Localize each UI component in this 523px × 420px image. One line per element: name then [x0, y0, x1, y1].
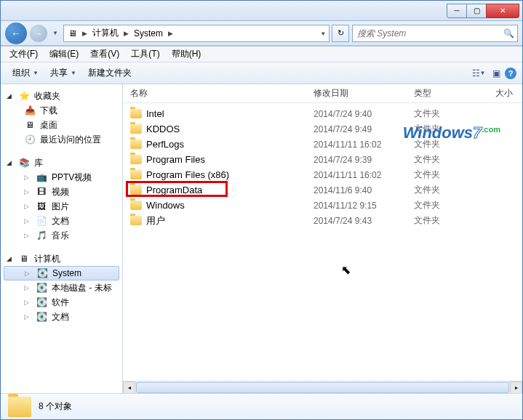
menu-edit[interactable]: 编辑(E) — [44, 47, 84, 62]
file-list[interactable]: Windows7.com ⬉ Intel2014/7/24 9:40文件夹KDD… — [123, 103, 522, 381]
file-type: 文件夹 — [414, 214, 495, 227]
view-button[interactable]: ☷ ▼ — [470, 65, 487, 82]
preview-pane-button[interactable]: ▣ — [487, 65, 505, 82]
nav-favorites[interactable]: ◢⭐收藏夹 — [1, 89, 122, 103]
menu-tools[interactable]: 工具(T) — [125, 47, 165, 62]
file-row[interactable]: Windows2014/11/12 9:15文件夹 — [123, 198, 522, 213]
nav-drive-software[interactable]: ▷💽软件 — [1, 295, 122, 310]
back-button[interactable]: ← — [5, 23, 27, 44]
chevron-right-icon[interactable]: ▶ — [121, 30, 131, 37]
nav-drive-system[interactable]: ▷💽System — [4, 266, 119, 280]
folder-icon — [130, 185, 142, 195]
drive-icon: 💽 — [36, 267, 48, 279]
chevron-down-icon: ▼ — [71, 70, 76, 76]
document-icon: 📄 — [36, 215, 47, 227]
file-type: 文件夹 — [414, 169, 495, 181]
refresh-button[interactable]: ↻ — [332, 25, 349, 42]
scroll-thumb[interactable] — [136, 382, 509, 393]
file-name: KDDOS — [146, 124, 180, 134]
file-type: 文件夹 — [414, 123, 495, 135]
breadcrumb-computer[interactable]: 计算机 — [89, 25, 121, 41]
nav-pictures[interactable]: ▷🖼图片 — [1, 199, 122, 214]
title-bar[interactable]: ─ ▢ ✕ — [1, 1, 522, 21]
menu-file[interactable]: 文件(F) — [4, 47, 44, 62]
menu-view[interactable]: 查看(V) — [84, 47, 125, 62]
address-bar[interactable]: 🖥 ▶ 计算机 ▶ System ▶ ▾ — [63, 25, 330, 42]
column-type[interactable]: 类型 — [414, 87, 495, 100]
history-dropdown[interactable]: ▼ — [50, 30, 60, 36]
address-dropdown[interactable]: ▾ — [319, 30, 327, 37]
star-icon: ⭐ — [18, 90, 30, 102]
nav-drive-docs[interactable]: ▷💽文档 — [1, 310, 122, 324]
breadcrumb-drive[interactable]: System — [131, 25, 166, 41]
share-button[interactable]: 共享▼ — [44, 65, 82, 81]
file-type: 文件夹 — [414, 108, 495, 120]
close-button[interactable]: ✕ — [486, 4, 519, 18]
nav-video[interactable]: ▷🎞视频 — [1, 185, 122, 199]
file-date: 2014/11/6 9:40 — [314, 185, 414, 195]
nav-downloads[interactable]: 📥下载 — [1, 103, 122, 118]
file-row[interactable]: KDDOS2014/7/24 9:49文件夹 — [123, 121, 522, 137]
file-name: Program Files — [146, 154, 205, 165]
folder-icon — [130, 140, 142, 149]
menu-help[interactable]: 帮助(H) — [166, 47, 207, 62]
library-icon: 📚 — [18, 157, 30, 169]
column-headers[interactable]: 名称 修改日期 类型 大小 — [123, 84, 522, 103]
file-name: ProgramData — [146, 185, 202, 195]
nav-documents[interactable]: ▷📄文档 — [1, 214, 122, 228]
cursor-icon: ⬉ — [341, 263, 351, 277]
computer-icon: 🖥 — [18, 253, 30, 264]
nav-desktop[interactable]: 🖥桌面 — [1, 118, 122, 132]
file-date: 2014/7/24 9:43 — [314, 216, 414, 226]
picture-icon: 🖼 — [36, 201, 47, 212]
organize-button[interactable]: 组织▼ — [7, 65, 44, 81]
video-icon: 📺 — [36, 171, 47, 183]
nav-music[interactable]: ▷🎵音乐 — [1, 228, 122, 243]
file-name: Windows — [146, 200, 185, 211]
column-name[interactable]: 名称 — [130, 87, 314, 100]
toolbar: 组织▼ 共享▼ 新建文件夹 ☷ ▼ ▣ ? — [1, 62, 522, 84]
navigation-pane[interactable]: ◢⭐收藏夹 📥下载 🖥桌面 🕘最近访问的位置 ◢📚库 ▷📺PPTV视频 ▷🎞视频… — [1, 84, 123, 393]
nav-recent[interactable]: 🕘最近访问的位置 — [1, 132, 122, 147]
search-box[interactable]: 🔍 — [352, 25, 518, 42]
file-type: 文件夹 — [414, 138, 495, 150]
file-row[interactable]: ProgramData2014/11/6 9:40文件夹 — [123, 182, 522, 198]
chevron-right-icon[interactable]: ▶ — [80, 30, 89, 37]
nav-computer-group: ◢🖥计算机 ▷💽System ▷💽本地磁盘 - 未标 ▷💽软件 ▷💽文档 — [1, 251, 122, 324]
search-input[interactable] — [356, 28, 503, 39]
horizontal-scrollbar[interactable]: ◂ ▸ — [123, 381, 522, 393]
download-icon: 📥 — [24, 105, 36, 116]
nav-computer[interactable]: ◢🖥计算机 — [1, 251, 122, 266]
file-date: 2014/11/11 16:02 — [314, 170, 414, 180]
nav-libraries[interactable]: ◢📚库 — [1, 156, 122, 170]
breadcrumb-computer-icon[interactable]: 🖥 — [65, 25, 80, 41]
file-row[interactable]: 用户2014/7/24 9:43文件夹 — [123, 213, 522, 228]
search-icon[interactable]: 🔍 — [503, 28, 514, 39]
file-row[interactable]: PerfLogs2014/11/11 16:02文件夹 — [123, 137, 522, 152]
nav-favorites-group: ◢⭐收藏夹 📥下载 🖥桌面 🕘最近访问的位置 — [1, 89, 122, 147]
nav-drive-local[interactable]: ▷💽本地磁盘 - 未标 — [1, 280, 122, 295]
drive-icon: 💽 — [36, 282, 47, 294]
column-date[interactable]: 修改日期 — [314, 87, 414, 100]
column-size[interactable]: 大小 — [495, 87, 522, 100]
drive-icon: 💽 — [36, 296, 47, 308]
forward-button[interactable]: → — [30, 25, 47, 42]
file-row[interactable]: Intel2014/7/24 9:40文件夹 — [123, 106, 522, 121]
new-folder-button[interactable]: 新建文件夹 — [82, 65, 137, 81]
maximize-button[interactable]: ▢ — [466, 4, 487, 18]
drive-icon: 💽 — [36, 311, 47, 323]
folder-icon — [130, 124, 142, 134]
chevron-down-icon: ▼ — [33, 70, 39, 76]
help-button[interactable]: ? — [505, 68, 516, 79]
scroll-right-button[interactable]: ▸ — [510, 381, 522, 394]
content-pane: 名称 修改日期 类型 大小 Windows7.com ⬉ Intel2014/7… — [123, 84, 522, 393]
folder-icon — [130, 170, 142, 179]
file-type: 文件夹 — [414, 199, 495, 211]
file-date: 2014/7/24 9:49 — [314, 124, 414, 134]
chevron-right-icon[interactable]: ▶ — [166, 30, 175, 37]
scroll-left-button[interactable]: ◂ — [123, 381, 135, 394]
file-row[interactable]: Program Files (x86)2014/11/11 16:02文件夹 — [123, 167, 522, 182]
nav-pptv[interactable]: ▷📺PPTV视频 — [1, 170, 122, 185]
minimize-button[interactable]: ─ — [447, 4, 467, 18]
file-row[interactable]: Program Files2014/7/24 9:39文件夹 — [123, 152, 522, 167]
